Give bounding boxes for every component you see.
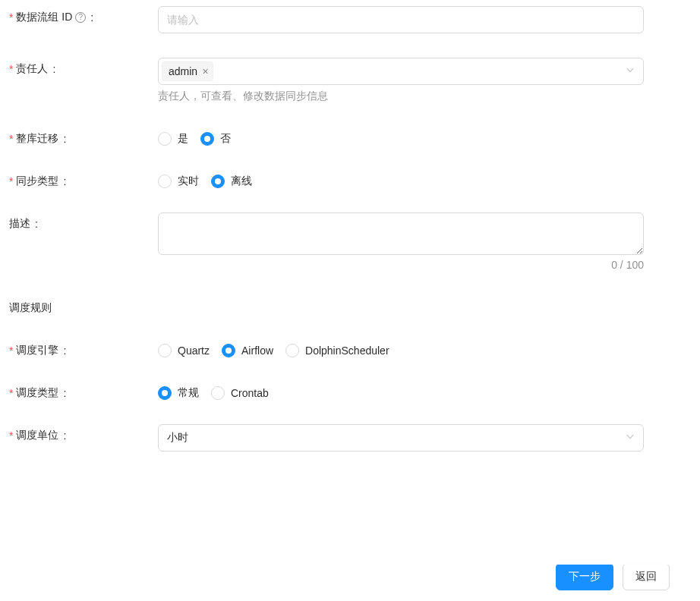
required-star: *: [9, 63, 13, 75]
required-star: *: [9, 387, 13, 399]
radio-icon: [211, 175, 225, 188]
label-schedule-engine: 调度引擎: [16, 344, 58, 357]
stream-group-id-input[interactable]: [158, 6, 644, 33]
label-sync-type: 同步类型: [16, 175, 58, 188]
label-full-db-migration: 整库迁移: [16, 132, 58, 146]
radio-icon: [211, 386, 225, 400]
radio-label: Crontab: [231, 387, 269, 399]
required-star: *: [9, 175, 13, 187]
colon: :: [63, 133, 66, 145]
label-schedule-unit: 调度单位: [16, 429, 58, 442]
required-star: *: [9, 133, 13, 145]
radio-label: 否: [220, 132, 231, 146]
radio-icon: [200, 132, 214, 146]
footer-bar: 下一步 返回: [0, 552, 700, 601]
full-db-migration-radio-group: 是 否: [158, 127, 644, 146]
colon: :: [63, 175, 66, 187]
sync-type-radio-group: 实时 离线: [158, 170, 644, 188]
row-schedule-engine: * 调度引擎 : Quartz Airflow DolphinScheduler: [6, 339, 694, 357]
row-schedule-type: * 调度类型 : 常规 Crontab: [6, 382, 694, 400]
radio-quartz[interactable]: Quartz: [158, 344, 210, 357]
radio-icon: [285, 344, 299, 357]
radio-airflow[interactable]: Airflow: [222, 344, 273, 357]
radio-offline[interactable]: 离线: [211, 175, 252, 188]
required-star: *: [9, 430, 13, 442]
question-circle-icon[interactable]: ?: [75, 12, 86, 23]
radio-icon: [158, 132, 172, 146]
label-stream-group-id: 数据流组 ID: [16, 11, 72, 24]
radio-realtime[interactable]: 实时: [158, 175, 199, 188]
radio-icon: [158, 386, 172, 400]
row-schedule-unit: * 调度单位 : 小时: [6, 424, 694, 452]
close-icon[interactable]: ✕: [200, 67, 210, 76]
radio-label: 常规: [178, 386, 199, 400]
next-button[interactable]: 下一步: [556, 563, 613, 590]
colon: :: [63, 345, 66, 357]
colon: :: [35, 218, 38, 230]
radio-yes[interactable]: 是: [158, 132, 188, 146]
row-description: 描述 : 0 / 100: [6, 212, 694, 271]
owner-help-text: 责任人，可查看、修改数据同步信息: [158, 90, 644, 103]
description-char-count: 0 / 100: [158, 259, 644, 271]
schedule-unit-value: 小时: [167, 431, 188, 445]
label-schedule-type: 调度类型: [16, 386, 58, 400]
colon: :: [52, 63, 55, 75]
owner-tag: admin ✕: [162, 61, 213, 81]
description-textarea[interactable]: [158, 212, 644, 255]
colon: :: [63, 430, 66, 442]
schedule-engine-radio-group: Quartz Airflow DolphinScheduler: [158, 339, 644, 357]
radio-label: Quartz: [178, 345, 210, 357]
label-owner: 责任人: [16, 62, 48, 76]
radio-icon: [158, 344, 172, 357]
radio-dolphin[interactable]: DolphinScheduler: [285, 344, 389, 357]
schedule-unit-select[interactable]: 小时: [158, 424, 644, 452]
label-description: 描述: [9, 217, 30, 231]
radio-label: 是: [178, 132, 188, 146]
row-owner: * 责任人 : admin ✕ 责任人，可查看、修改数据同步信息: [6, 58, 694, 103]
required-star: *: [9, 11, 13, 24]
back-button[interactable]: 返回: [623, 563, 670, 590]
radio-icon: [158, 175, 172, 188]
colon: :: [63, 387, 66, 399]
radio-no[interactable]: 否: [200, 132, 231, 146]
chevron-down-icon: [626, 432, 635, 444]
schedule-type-radio-group: 常规 Crontab: [158, 382, 644, 400]
owner-tag-label: admin: [169, 65, 197, 77]
colon: :: [90, 11, 93, 24]
radio-crontab[interactable]: Crontab: [211, 386, 269, 400]
radio-icon: [222, 344, 235, 357]
required-star: *: [9, 345, 13, 357]
radio-normal[interactable]: 常规: [158, 386, 199, 400]
radio-label: 离线: [231, 175, 252, 188]
radio-label: Airflow: [241, 345, 273, 357]
radio-label: 实时: [178, 175, 199, 188]
owner-select[interactable]: admin ✕: [158, 58, 644, 85]
row-full-db-migration: * 整库迁移 : 是 否: [6, 127, 694, 146]
radio-label: DolphinScheduler: [305, 345, 389, 357]
row-sync-type: * 同步类型 : 实时 离线: [6, 170, 694, 188]
chevron-down-icon: [626, 65, 635, 77]
section-title-schedule: 调度规则: [6, 295, 694, 339]
row-stream-group-id: * 数据流组 ID ? :: [6, 6, 694, 33]
